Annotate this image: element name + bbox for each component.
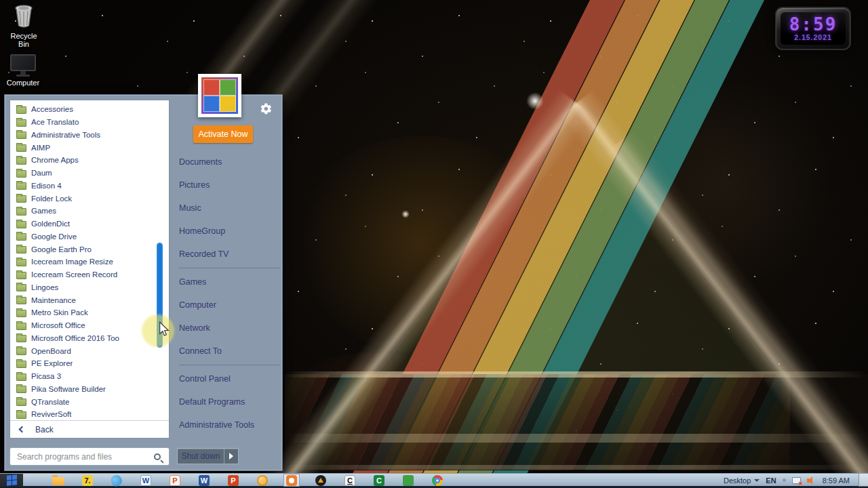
language-indicator[interactable]: EN [766, 476, 776, 485]
wallpaper-star-sparkle [526, 92, 544, 110]
folder-lock-icon[interactable] [254, 474, 271, 487]
program-item[interactable]: GoldenDict [10, 218, 169, 230]
program-item[interactable]: Metro Skin Pack [10, 306, 169, 319]
screen: Recycle Bin Computer 8:59 2.15.2021 Acce… [0, 0, 868, 488]
start-place-connect-to[interactable]: Connect To [174, 340, 281, 363]
start-place-documents[interactable]: Documents [174, 150, 281, 174]
shutdown-button[interactable]: Shut down [178, 449, 224, 464]
program-item[interactable]: Pika Software Builder [10, 383, 169, 396]
powerpoint-2003-icon[interactable]: P [167, 474, 183, 487]
tray-status-dot-icon[interactable] [783, 479, 786, 482]
folder-icon [16, 272, 26, 279]
program-item[interactable]: Games [10, 205, 169, 218]
volume-icon[interactable] [807, 476, 816, 485]
program-item[interactable]: Chrome Apps [10, 154, 169, 167]
start-place-control-panel[interactable]: Control Panel [174, 367, 281, 390]
clock-date: 2.15.2021 [794, 33, 832, 41]
word-2003-icon[interactable]: W [138, 474, 154, 487]
start-place-homegroup[interactable]: HomeGroup [174, 220, 281, 243]
folder-icon [16, 284, 26, 291]
word-2016-icon[interactable]: W [196, 474, 212, 487]
program-item[interactable]: Administrative Tools [10, 129, 169, 142]
clock-face: 8:59 2.15.2021 [781, 12, 846, 45]
start-place-games[interactable]: Games [174, 270, 281, 293]
folder-icon [16, 348, 26, 355]
program-item-label: Ace Translato [31, 118, 79, 126]
display-disconnected-icon[interactable] [792, 477, 801, 484]
program-item[interactable]: AIMP [10, 141, 169, 154]
program-item[interactable]: Google Earth Pro [10, 243, 169, 256]
program-item[interactable]: Lingoes [10, 281, 169, 294]
program-item[interactable]: Icecream Screen Record [10, 268, 169, 281]
program-item[interactable]: Edison 4 [10, 180, 169, 192]
program-item-label: PE Explorer [31, 359, 73, 367]
folder-icon [16, 221, 26, 228]
program-item[interactable]: Icecream Image Resize [10, 256, 169, 268]
aimp-icon[interactable] [313, 474, 329, 487]
c-app-light-icon-glyph: C [344, 475, 355, 486]
start-place-default-programs[interactable]: Default Programs [174, 390, 281, 413]
program-item-label: Folder Lock [31, 195, 72, 203]
chevron-down-icon [754, 479, 760, 482]
show-desktop-button[interactable] [859, 474, 868, 487]
desktop-icon-computer[interactable]: Computer [5, 54, 41, 87]
c-app-light-icon[interactable]: C [342, 474, 358, 487]
program-item[interactable]: OpenBoard [10, 344, 169, 357]
back-label: Back [35, 425, 54, 434]
search-icon [154, 453, 161, 460]
start-place-pictures[interactable]: Pictures [174, 174, 281, 197]
file-explorer-icon[interactable] [50, 474, 66, 487]
paint-palette-icon[interactable] [108, 474, 125, 487]
program-item[interactable]: QTranslate [10, 395, 169, 408]
aimp-icon-glyph [315, 475, 326, 486]
clock-gadget[interactable]: 8:59 2.15.2021 [775, 7, 851, 50]
search-input[interactable] [10, 452, 154, 462]
program-item-label: Google Drive [31, 232, 77, 241]
green-app-icon[interactable] [400, 474, 416, 487]
chrome-icon-glyph [432, 475, 443, 486]
start-place-administrative-tools[interactable]: Administrative Tools [174, 413, 281, 436]
program-item[interactable]: PE Explorer [10, 357, 169, 370]
shutdown-button-group: Shut down [177, 448, 239, 464]
program-item-label: Google Earth Pro [31, 245, 92, 253]
folder-icon [16, 170, 26, 178]
program-item[interactable]: Google Drive [10, 230, 169, 243]
back-button[interactable]: Back [10, 420, 169, 438]
clock-time: 8:59 [789, 16, 837, 33]
program-item[interactable]: Accessories [10, 103, 169, 116]
start-place-recorded-tv[interactable]: Recorded TV [174, 243, 281, 266]
powerpoint-2016-icon-glyph: P [228, 475, 239, 486]
7zip-icon-glyph: 7. [82, 475, 93, 486]
folder-icon [16, 335, 26, 342]
program-item[interactable]: Daum [10, 167, 169, 180]
desktop-icon-recycle-bin[interactable]: Recycle Bin [4, 4, 43, 48]
chrome-icon[interactable] [429, 474, 446, 487]
places-list: DocumentsPicturesMusicHomeGroupRecorded … [174, 95, 281, 436]
program-item[interactable]: Maintenance [10, 293, 169, 306]
tray-desktop-toolbar[interactable]: Desktop [724, 476, 760, 485]
program-item[interactable]: Folder Lock [10, 192, 169, 205]
folder-icon [16, 246, 26, 253]
taskbar-icons: 7.WPWPCC [50, 474, 446, 487]
wallpaper-star-sparkle [401, 210, 410, 218]
folder-icon [16, 310, 26, 317]
program-item[interactable]: ReviverSoft [10, 408, 169, 421]
c-app-green-icon[interactable]: C [371, 474, 387, 487]
program-list: AccessoriesAce TranslatoAdministrative T… [10, 103, 169, 421]
paint-palette-icon-glyph [110, 474, 123, 487]
program-item[interactable]: Ace Translato [10, 116, 169, 129]
start-button[interactable] [0, 474, 23, 487]
powerpoint-2016-icon[interactable]: P [225, 474, 241, 487]
program-list-panel: AccessoriesAce TranslatoAdministrative T… [9, 100, 170, 439]
start-place-computer[interactable]: Computer [174, 293, 281, 317]
program-item-label: Microsoft Office 2016 Too [31, 334, 119, 342]
green-app-icon-glyph [403, 475, 414, 486]
start-place-music[interactable]: Music [174, 197, 281, 220]
program-item-label: ReviverSoft [31, 410, 71, 418]
screen-recorder-icon[interactable] [283, 474, 300, 487]
7zip-icon[interactable]: 7. [79, 474, 96, 487]
tray-clock[interactable]: 8:59 AM [823, 476, 850, 485]
program-item[interactable]: Picasa 3 [10, 370, 169, 383]
start-place-network[interactable]: Network [174, 317, 281, 340]
shutdown-options-arrow[interactable] [224, 449, 238, 464]
